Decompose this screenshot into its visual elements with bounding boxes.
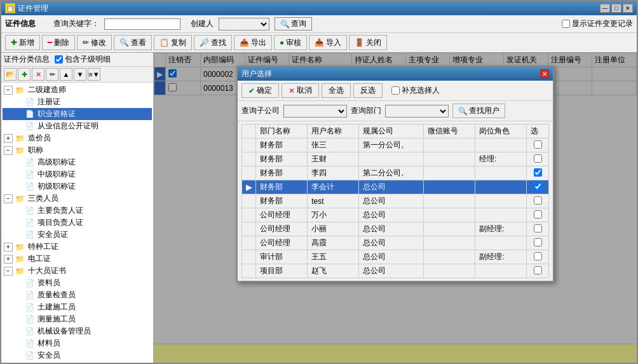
- tree-item[interactable]: −📁二级建造师: [3, 84, 152, 96]
- tree-delete-button[interactable]: ✕: [32, 68, 44, 81]
- tree-item[interactable]: 📄机械设备管理员: [3, 325, 152, 337]
- modal-table-row[interactable]: ▶财务部李会计总公司: [242, 180, 549, 194]
- tree-item[interactable]: 📄测量施工员: [3, 313, 152, 325]
- expand-icon[interactable]: +: [4, 134, 13, 143]
- modal-table-container[interactable]: 部门名称用户名称规属公司微信账号岗位角色选 财务部张三第一分公司,财务部王财经理…: [238, 121, 553, 281]
- tree-item[interactable]: 📄主要负责人证: [3, 205, 152, 217]
- modal-table-row[interactable]: 公司经理小丽总公司副经理:: [242, 222, 549, 236]
- row-select-checkbox[interactable]: [534, 154, 542, 163]
- edit-button[interactable]: ✏ 修改: [77, 35, 112, 50]
- copy-button[interactable]: 📋 复制: [154, 35, 192, 50]
- add-button[interactable]: ✚ 新增: [5, 35, 40, 50]
- tree-item[interactable]: 📄注册证: [3, 96, 152, 108]
- tree-edit-button[interactable]: ✏: [46, 68, 58, 81]
- maximize-button[interactable]: □: [611, 4, 621, 13]
- modal-table-row[interactable]: 财务部王财经理:: [242, 152, 549, 166]
- cancel-button[interactable]: ✕ 取消: [282, 83, 319, 98]
- tree-item[interactable]: −📁职称: [3, 144, 152, 156]
- dept-select[interactable]: [385, 105, 449, 118]
- confirm-button[interactable]: ✔ 确定: [241, 83, 279, 98]
- modal-column-header: 规属公司: [359, 125, 424, 138]
- tree-item[interactable]: 📄土建施工员: [3, 301, 152, 313]
- tree-item[interactable]: +📁造价员: [3, 132, 152, 144]
- view-button[interactable]: 🔍 查看: [114, 35, 152, 50]
- folder-icon: 📁: [15, 243, 25, 252]
- tree-item-label: 测量施工员: [37, 314, 76, 325]
- tree-item[interactable]: 📄质量检查员: [3, 289, 152, 301]
- close-button[interactable]: ✕: [623, 4, 633, 13]
- select-all-button[interactable]: 全选: [322, 83, 351, 98]
- query-button[interactable]: 🔍 查询: [275, 17, 312, 30]
- expand-icon[interactable]: +: [4, 243, 13, 252]
- tree-item[interactable]: −📁十大员证书: [3, 265, 152, 277]
- show-changes-checkbox[interactable]: [562, 20, 570, 28]
- tree-add-button[interactable]: ✚: [18, 68, 31, 81]
- delete-button[interactable]: ━ 删除: [42, 35, 75, 50]
- modal-table-row[interactable]: 审计部王五总公司副经理:: [242, 250, 549, 264]
- minimize-button[interactable]: —: [600, 4, 610, 13]
- creator-select[interactable]: [219, 18, 269, 30]
- expand-icon[interactable]: −: [4, 86, 13, 95]
- row-arrow: [242, 222, 256, 236]
- approve-button[interactable]: ● 审核: [274, 35, 307, 50]
- tree-item[interactable]: −📁三类人员: [3, 192, 152, 205]
- search-button[interactable]: 🔎 查找: [194, 35, 232, 50]
- modal-table-row[interactable]: 财务部李四第二分公司,: [242, 166, 549, 180]
- modal-close-button[interactable]: ✕: [540, 69, 549, 78]
- row-select-checkbox[interactable]: [534, 266, 542, 274]
- tree-item[interactable]: 📄高级职称证: [3, 156, 152, 168]
- search-input[interactable]: [104, 18, 180, 30]
- tree-item[interactable]: +📁特种工证: [3, 241, 152, 253]
- doc-icon: 📄: [25, 231, 34, 239]
- tree-down-button[interactable]: ▼: [74, 68, 86, 81]
- include-children-checkbox[interactable]: [55, 55, 63, 64]
- tree-item[interactable]: 📄从业信息公开证明: [3, 120, 152, 132]
- tree-item[interactable]: 📄职业资格证: [3, 108, 152, 120]
- sub-company-select[interactable]: [283, 105, 347, 118]
- row-select-checkbox[interactable]: [534, 238, 542, 246]
- modal-table-row[interactable]: 财务部test总公司: [242, 194, 549, 208]
- modal-table-row[interactable]: 公司经理高霞总公司: [242, 236, 549, 250]
- expand-icon[interactable]: −: [4, 194, 13, 203]
- modal-table-row[interactable]: 公司经理万小总公司: [242, 208, 549, 222]
- tree-up-button[interactable]: ▲: [60, 68, 72, 81]
- row-select-checkbox[interactable]: [534, 224, 542, 233]
- modal-cell-wechat: [423, 180, 475, 194]
- modal-table-row[interactable]: 财务部张三第一分公司,: [242, 138, 549, 152]
- row-arrow: [242, 194, 256, 208]
- modal-cell-company: 第二分公司,: [359, 166, 424, 180]
- tree-item[interactable]: 📄资料员: [3, 277, 152, 289]
- row-select-checkbox[interactable]: [534, 182, 542, 191]
- modal-cell-dept: 公司经理: [256, 222, 308, 236]
- tree-item[interactable]: 📄安全员证: [3, 229, 152, 241]
- expand-icon[interactable]: −: [4, 146, 13, 155]
- tree-item[interactable]: 📄材料员: [3, 337, 152, 349]
- modal-table-row[interactable]: 项目部赵飞总公司: [242, 264, 549, 278]
- tree-item[interactable]: 📄项目负责人证: [3, 217, 152, 229]
- row-select-checkbox[interactable]: [534, 196, 542, 205]
- row-select-checkbox[interactable]: [534, 252, 542, 260]
- row-select-checkbox[interactable]: [534, 168, 542, 177]
- tree-item[interactable]: 📄安全员: [3, 349, 152, 361]
- row-select-checkbox[interactable]: [534, 140, 542, 149]
- tree-menu-button[interactable]: ≡▼: [88, 68, 100, 81]
- modal-cell-role: [475, 264, 527, 278]
- import-button[interactable]: 📥 导入: [309, 35, 347, 50]
- expand-icon[interactable]: −: [4, 267, 13, 276]
- reverse-select-button[interactable]: 反选: [353, 83, 383, 98]
- filter-row: 证件信息 查询关键字： 创建人 🔍 查询 显示证件变更记录: [1, 15, 637, 33]
- close-toolbar-button[interactable]: 🚪 关闭: [349, 35, 387, 50]
- export-button[interactable]: 📤 导出: [234, 35, 272, 50]
- supplement-checkbox[interactable]: [391, 86, 400, 95]
- tree-folder-open-button[interactable]: 📂: [4, 68, 17, 81]
- tree-item[interactable]: 📄初级职称证: [3, 180, 152, 192]
- tree-item[interactable]: 📄劳务员: [3, 361, 152, 363]
- row-select-checkbox[interactable]: [534, 210, 542, 219]
- modal-cell-user: 万小: [308, 208, 359, 222]
- tree-item[interactable]: +📁电工证: [3, 253, 152, 265]
- tree-item-label: 中级职称证: [37, 169, 76, 180]
- tree-item[interactable]: 📄中级职称证: [3, 168, 152, 180]
- doc-icon: 📄: [25, 206, 34, 215]
- expand-icon[interactable]: +: [4, 255, 13, 264]
- find-user-button[interactable]: 🔍 查找用户: [452, 104, 505, 118]
